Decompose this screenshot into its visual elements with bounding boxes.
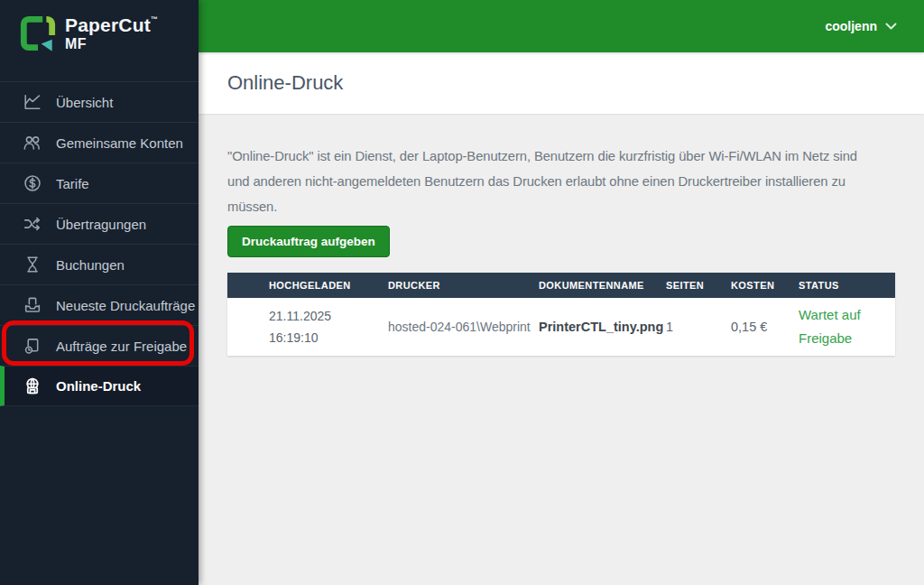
- sidebar-item-label: Übersicht: [56, 95, 113, 110]
- column-header-cost: KOSTEN: [731, 280, 799, 291]
- sidebar-item-uebersicht[interactable]: Übersicht: [0, 81, 199, 122]
- column-header-printer: DRUCKER: [388, 280, 539, 291]
- cell-printer: hosted-024-061\Webprint: [388, 320, 539, 334]
- sidebar-item-label: Neueste Druckaufträge: [56, 298, 195, 313]
- document-clock-icon: [22, 335, 43, 357]
- sidebar-item-auftraege-zur-freigabe[interactable]: Aufträge zur Freigabe: [0, 325, 199, 366]
- sidebar-item-online-druck[interactable]: Online-Druck: [0, 366, 199, 406]
- column-header-document: DOKUMENTENNAME: [539, 280, 666, 291]
- uploaded-time: 16:19:10: [269, 327, 381, 348]
- brand-trademark: ™: [151, 15, 158, 23]
- sidebar-item-buchungen[interactable]: Buchungen: [0, 244, 199, 284]
- table-header-row: HOCHGELADEN DRUCKER DOKUMENTENNAME SEITE…: [227, 273, 895, 298]
- cell-pages: 1: [666, 320, 731, 334]
- print-inbox-icon: [22, 294, 43, 316]
- print-jobs-table: HOCHGELADEN DRUCKER DOKUMENTENNAME SEITE…: [227, 273, 895, 356]
- page-header: Online-Druck: [199, 52, 924, 114]
- sidebar-item-label: Aufträge zur Freigabe: [56, 339, 187, 354]
- uploaded-date: 21.11.2025: [269, 305, 381, 327]
- sidebar-item-tarife[interactable]: Tarife: [0, 162, 199, 203]
- main-area: cooljenn Online-Druck "Online-Druck" ist…: [199, 0, 924, 585]
- cell-uploaded: 21.11.2025 16:19:10: [227, 305, 388, 348]
- cell-status: Wartet auf Freigabe: [799, 303, 880, 350]
- papercut-logo-text: PaperCut™ MF: [65, 15, 158, 51]
- cell-cost: 0,15 €: [731, 320, 799, 334]
- sidebar-item-label: Übertragungen: [56, 217, 146, 232]
- web-print-icon: [22, 376, 43, 397]
- column-header-pages: SEITEN: [666, 280, 731, 291]
- shuffle-icon: [22, 213, 43, 235]
- page-title: Online-Druck: [227, 71, 343, 95]
- content-area: "Online-Druck" ist ein Dienst, der Lapto…: [199, 114, 924, 585]
- sidebar-nav: Übersicht Gemeinsame Konten: [0, 81, 199, 406]
- user-menu[interactable]: cooljenn: [825, 19, 897, 33]
- cell-document-name: PrinterCTL_tiny.png: [539, 320, 666, 334]
- sidebar-item-neueste-druckauftraege[interactable]: Neueste Druckaufträge: [0, 284, 199, 325]
- sidebar-item-label: Gemeinsame Konten: [56, 135, 183, 151]
- brand-sub: MF: [65, 37, 158, 51]
- papercut-logo[interactable]: PaperCut™ MF: [0, 0, 199, 81]
- app-window: PaperCut™ MF Übersicht: [0, 0, 924, 585]
- username: cooljenn: [825, 19, 877, 33]
- submit-print-job-button[interactable]: Druckauftrag aufgeben: [227, 226, 390, 257]
- sidebar-item-label: Tarife: [56, 176, 89, 191]
- topbar: cooljenn: [199, 0, 924, 52]
- chart-icon: [22, 91, 43, 113]
- sidebar-item-gemeinsame-konten[interactable]: Gemeinsame Konten: [0, 122, 199, 162]
- column-header-status: STATUS: [799, 280, 895, 291]
- dollar-circle-icon: [22, 172, 43, 194]
- webprint-description: "Online-Druck" ist ein Dienst, der Lapto…: [227, 144, 865, 219]
- column-header-uploaded: HOCHGELADEN: [227, 280, 388, 291]
- papercut-logo-icon: [17, 13, 59, 54]
- sidebar-item-uebertragungen[interactable]: Übertragungen: [0, 203, 199, 244]
- chevron-down-icon: [885, 23, 897, 31]
- sidebar: PaperCut™ MF Übersicht: [0, 0, 199, 585]
- brand-name: PaperCut: [65, 14, 151, 35]
- sidebar-item-label: Online-Druck: [56, 378, 141, 394]
- hourglass-icon: [22, 254, 43, 275]
- users-icon: [22, 132, 43, 153]
- sidebar-item-label: Buchungen: [56, 257, 125, 273]
- table-row: 21.11.2025 16:19:10 hosted-024-061\Webpr…: [227, 298, 895, 356]
